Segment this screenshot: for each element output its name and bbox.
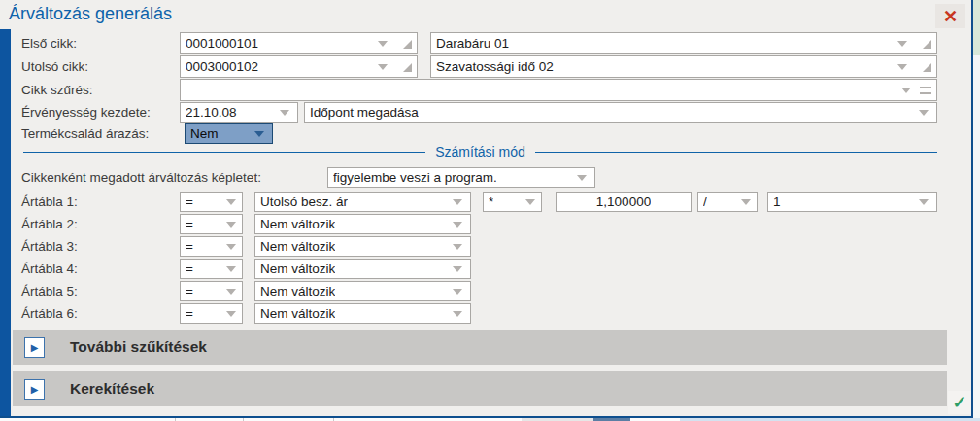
last-item-label: Utolsó cikk: [21,55,88,77]
price-table-1-op-combo[interactable]: = [180,192,243,212]
lookup-corner-icon[interactable] [923,40,931,49]
time-mode-combo[interactable]: Időpont megadása [304,102,937,123]
dropdown-arrow-icon[interactable] [226,289,236,295]
last-item-name-combo[interactable]: Szavatossági idő 02 [430,55,937,78]
family-pricing-combo[interactable]: Nem [185,123,273,144]
dropdown-arrow-icon[interactable] [919,199,929,205]
price-change-dialog: Árváltozás generálás ✕ Első cikk: 000100… [0,0,973,418]
price-table-6-base-combo[interactable]: Nem változik [254,303,471,324]
lookup-corner-icon[interactable] [403,40,412,49]
price-table-1-label: Ártábla 1: [21,192,78,212]
left-frame-bar [0,29,11,416]
screen: Árváltozás generálás ✕ Első cikk: 000100… [0,0,980,421]
dropdown-arrow-icon[interactable] [378,41,388,47]
dropdown-arrow-icon[interactable] [525,199,535,205]
section-title: Számítási mód [435,144,525,159]
lookup-corner-icon[interactable] [923,63,931,72]
checkmark-icon: ✓ [952,392,966,413]
first-item-label: Első cikk: [21,32,77,53]
first-item-code-combo[interactable]: 0001000101 [180,32,418,54]
expand-arrow-icon: ▶ [31,384,39,395]
expand-arrow-icon: ▶ [31,342,39,353]
price-table-1-mul-op-combo[interactable]: * [483,192,542,212]
accordion-roundings-label: Kerekítések [70,380,154,398]
lookup-corner-icon[interactable] [403,63,412,72]
price-table-3-label: Ártábla 3: [21,236,78,257]
price-table-3-op-combo[interactable]: = [180,236,243,257]
price-table-2-base-combo[interactable]: Nem változik [254,214,471,234]
price-table-6-op-combo[interactable]: = [180,303,243,324]
validity-date-combo[interactable]: 21.10.08 [180,102,298,123]
price-table-4-label: Ártábla 4: [21,259,78,279]
price-table-1-base-combo[interactable]: Utolsó besz. ár [254,192,471,212]
close-icon: ✕ [943,6,958,27]
dropdown-arrow-icon[interactable] [226,222,236,228]
price-table-1-factor-input[interactable]: 1,100000 [556,192,692,212]
calculation-mode-divider: Számítási mód [14,143,947,160]
dropdown-arrow-icon[interactable] [897,41,907,47]
dropdown-arrow-icon[interactable] [226,266,236,272]
price-table-3-base-combo[interactable]: Nem változik [254,236,471,257]
dropdown-arrow-icon[interactable] [453,289,462,295]
price-table-2-op-combo[interactable]: = [180,214,243,234]
dropdown-arrow-icon[interactable] [453,199,462,205]
dropdown-arrow-icon[interactable] [226,244,236,250]
price-table-2-label: Ártábla 2: [21,214,78,234]
expand-button[interactable]: ▶ [24,379,45,400]
price-table-5-base-combo[interactable]: Nem változik [254,281,471,301]
formula-label: Cikkenként megadott árváltozás képletet: [21,167,261,188]
dropdown-arrow-icon[interactable] [577,175,587,181]
item-filter-label: Cikk szűrés: [21,79,93,101]
dropdown-arrow-icon[interactable] [453,222,462,228]
confirm-button[interactable]: ✓ [948,391,971,414]
background-window-edge [973,0,980,55]
accordion-roundings[interactable]: ▶ Kerekítések [13,371,947,406]
filter-lines-icon[interactable] [920,87,931,94]
close-button[interactable]: ✕ [935,4,965,28]
dropdown-arrow-icon[interactable] [741,199,751,205]
accordion-further-filters[interactable]: ▶ További szűkítések [13,330,947,365]
price-table-5-label: Ártábla 5: [21,281,78,301]
first-item-name-combo[interactable]: Darabáru 01 [430,32,937,54]
item-filter-input[interactable] [180,79,937,101]
background-window-edge [973,55,980,421]
price-table-5-op-combo[interactable]: = [180,281,243,301]
validity-start-label: Érvényesség kezdete: [21,102,151,123]
dropdown-arrow-icon[interactable] [280,110,289,116]
price-table-1-divisor-combo[interactable]: 1 [767,192,937,212]
dropdown-arrow-icon[interactable] [378,64,388,70]
dropdown-arrow-icon[interactable] [226,199,236,205]
dropdown-arrow-icon[interactable] [453,266,462,272]
dropdown-arrow-icon[interactable] [453,244,462,250]
dropdown-arrow-icon[interactable] [453,311,462,317]
dropdown-arrow-icon[interactable] [901,88,911,93]
expand-button[interactable]: ▶ [24,337,45,358]
dropdown-arrow-icon[interactable] [919,110,929,116]
last-item-code-combo[interactable]: 0003000102 [180,55,418,78]
price-table-1-div-op-combo[interactable]: / [697,192,758,212]
price-table-4-op-combo[interactable]: = [180,259,243,279]
formula-combo[interactable]: figyelembe veszi a program. [327,167,595,188]
dialog-title: Árváltozás generálás [9,4,172,24]
price-table-4-base-combo[interactable]: Nem változik [254,259,471,279]
family-pricing-label: Termékcsalád árazás: [21,123,149,144]
dropdown-arrow-icon[interactable] [897,64,907,70]
dropdown-arrow-icon[interactable] [226,311,236,317]
dropdown-arrow-icon[interactable] [254,131,264,137]
accordion-further-filters-label: További szűkítések [70,338,207,356]
price-table-6-label: Ártábla 6: [21,303,78,324]
